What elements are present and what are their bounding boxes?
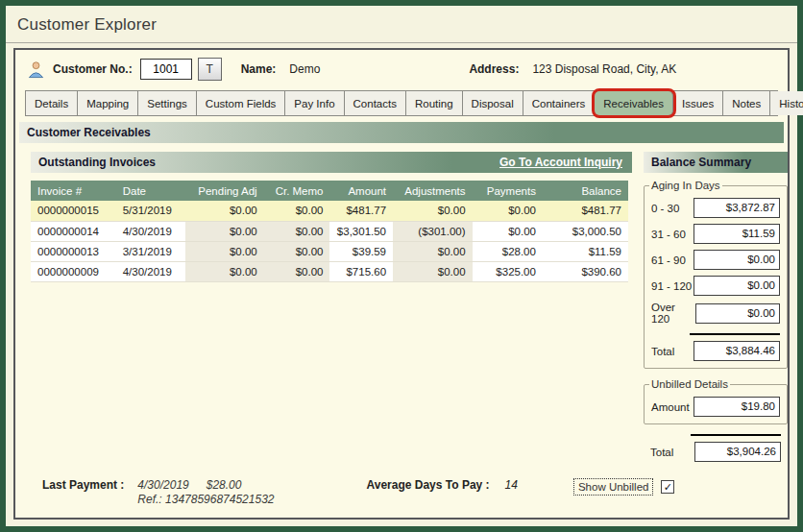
cell-cr-memo: $0.00 (264, 241, 330, 261)
col-header-balance: Balance (543, 181, 628, 201)
cell-date: 4/30/2019 (116, 261, 185, 281)
aging-total-separator (690, 333, 780, 335)
cell-balance: $3,000.50 (543, 221, 628, 241)
invoice-row[interactable]: 0000000013 3/31/2019 $0.00 $0.00 $39.59 … (31, 241, 628, 261)
last-payment-date: 4/30/2019 (137, 478, 188, 492)
aging-row-0-30: 0 - 30 $3,872.87 (651, 198, 780, 218)
tab-history[interactable]: History (770, 91, 803, 115)
aging-label: 0 - 30 (651, 203, 679, 214)
aging-value-field: $0.00 (695, 303, 780, 324)
unbilled-amount-field: $19.80 (694, 397, 780, 417)
outstanding-invoices-title: Outstanding Invoices (38, 152, 156, 173)
table-header-row: Invoice # Date Pending Adj Cr. Memo Amou… (31, 181, 628, 201)
cell-payments: $28.00 (473, 241, 543, 261)
tab-notes[interactable]: Notes (723, 91, 770, 115)
cell-adjustments: $0.00 (393, 241, 473, 261)
grand-total-section: Total $3,904.26 (644, 434, 788, 462)
customer-receivables-section-bar: Customer Receivables (19, 122, 784, 143)
aging-label: 61 - 90 (651, 254, 686, 266)
tab-issues[interactable]: Issues (673, 91, 723, 115)
balance-summary-column: Balance Summary Aging In Days 0 - 30 $3,… (644, 152, 788, 462)
cell-payments: $0.00 (473, 201, 543, 221)
aging-value-field: $3,872.87 (694, 198, 780, 218)
aging-value-field: $0.00 (694, 276, 780, 296)
col-header-invoice: Invoice # (31, 181, 116, 201)
cell-cr-memo: $0.00 (264, 261, 330, 281)
tab-receivables[interactable]: Receivables (595, 91, 673, 115)
cell-cr-memo: $0.00 (264, 221, 330, 241)
tab-disposal[interactable]: Disposal (463, 91, 523, 115)
average-days-value: 14 (505, 478, 518, 492)
tab-containers[interactable]: Containers (523, 91, 596, 115)
show-unbilled-checkbox[interactable]: ✓ (661, 480, 674, 494)
aging-total-row: Total $3,884.46 (651, 341, 780, 361)
cell-pending-adj: $0.00 (185, 201, 264, 221)
col-header-payments: Payments (473, 181, 543, 201)
grand-total-field: $3,904.26 (694, 442, 781, 462)
aging-row-over-120: Over 120 $0.00 (651, 302, 780, 325)
last-payment-ref: Ref.: 13478596874521532 (137, 493, 274, 506)
cell-invoice: 0000000009 (31, 261, 116, 281)
cell-amount: $481.77 (329, 201, 393, 221)
address-value: 123 Disposal Road, City, AK (532, 62, 676, 76)
address-label: Address: (469, 62, 519, 76)
balance-summary-bar: Balance Summary (644, 152, 788, 173)
cell-balance: $481.77 (543, 201, 628, 221)
aging-label: 91 - 120 (651, 280, 692, 292)
tab-custom-fields[interactable]: Custom Fields (197, 91, 286, 115)
cell-amount: $715.60 (329, 261, 393, 281)
grand-total-label: Total (650, 447, 673, 458)
grand-total-separator (691, 434, 781, 436)
aging-legend: Aging In Days (649, 180, 722, 191)
page-title: Customer Explorer (6, 6, 797, 43)
unbilled-amount-row: Amount $19.80 (651, 397, 780, 417)
main-panel: Customer No.: T Name: Demo Address: 123 … (13, 48, 790, 520)
tab-settings[interactable]: Settings (138, 91, 197, 115)
aging-total-label: Total (651, 346, 674, 357)
unbilled-details-groupbox: Unbilled Details Amount $19.80 (644, 378, 788, 424)
aging-label: Over 120 (651, 302, 695, 325)
col-header-adjustments: Adjustments (393, 181, 473, 201)
outstanding-invoices-table: Invoice # Date Pending Adj Cr. Memo Amou… (31, 181, 628, 282)
show-unbilled-label: Show Unbilled (573, 478, 654, 496)
go-to-account-inquiry-link[interactable]: Go To Account Inquiry (499, 152, 622, 173)
aging-row-91-120: 91 - 120 $0.00 (651, 276, 780, 296)
last-payment-label: Last Payment : (42, 478, 124, 492)
customer-no-label: Customer No.: (53, 62, 133, 76)
invoice-row[interactable]: 0000000009 4/30/2019 $0.00 $0.00 $715.60… (31, 261, 628, 281)
cell-date: 3/31/2019 (116, 241, 185, 261)
receivables-content: Outstanding Invoices Go To Account Inqui… (15, 143, 788, 462)
average-days-label: Average Days To Pay : (367, 478, 490, 492)
tab-bar: Details Mapping Settings Custom Fields P… (25, 90, 778, 116)
cell-cr-memo: $0.00 (264, 201, 330, 221)
cell-pending-adj: $0.00 (185, 221, 264, 241)
tab-routing[interactable]: Routing (406, 91, 463, 115)
col-header-cr-memo: Cr. Memo (264, 181, 330, 201)
unbilled-legend: Unbilled Details (649, 378, 730, 390)
tab-contacts[interactable]: Contacts (345, 91, 406, 115)
aging-value-field: $11.59 (694, 224, 780, 244)
invoice-row-selected[interactable]: 0000000015 5/31/2019 $0.00 $0.00 $481.77… (31, 201, 628, 221)
cell-invoice: 0000000014 (31, 221, 116, 241)
cell-adjustments: $0.00 (393, 261, 473, 281)
customer-person-icon (27, 60, 45, 79)
cell-adjustments: ($301.00) (393, 221, 473, 241)
aging-row-31-60: 31 - 60 $11.59 (651, 224, 780, 244)
aging-value-field: $0.00 (694, 250, 780, 270)
cell-date: 5/31/2019 (116, 201, 185, 221)
invoices-column: Outstanding Invoices Go To Account Inqui… (31, 152, 632, 462)
aging-total-field: $3,884.46 (694, 341, 780, 361)
customer-header: Customer No.: T Name: Demo Address: 123 … (15, 50, 788, 88)
cell-amount: $39.59 (329, 241, 393, 261)
last-payment-values: 4/30/2019$28.00 Ref.: 13478596874521532 (137, 478, 274, 506)
t-button[interactable]: T (198, 58, 222, 81)
tab-details[interactable]: Details (26, 91, 78, 115)
outstanding-invoices-bar: Outstanding Invoices Go To Account Inqui… (31, 152, 632, 173)
customer-no-input[interactable] (140, 59, 192, 80)
footer-bar: Last Payment : 4/30/2019$28.00 Ref.: 134… (42, 478, 768, 506)
average-days-group: Average Days To Pay : 14 (367, 478, 518, 492)
cell-payments: $0.00 (473, 221, 543, 241)
tab-mapping[interactable]: Mapping (78, 91, 138, 115)
tab-pay-info[interactable]: Pay Info (285, 91, 344, 115)
invoice-row[interactable]: 0000000014 4/30/2019 $0.00 $0.00 $3,301.… (31, 221, 628, 241)
